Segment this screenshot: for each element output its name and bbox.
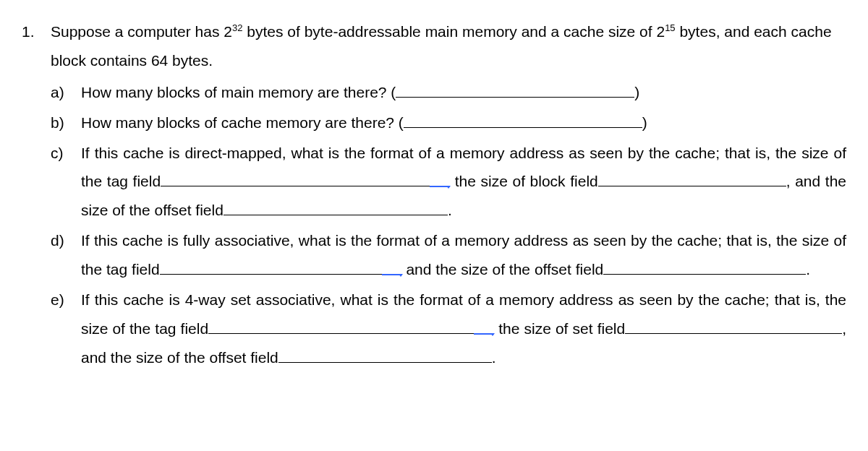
problem-1: 1. Suppose a computer has 232 bytes of b… [22, 17, 846, 372]
blank-e-set[interactable] [625, 319, 842, 334]
part-c-body: If this cache is direct-mapped, what is … [81, 139, 846, 226]
cursor-icon [382, 274, 402, 275]
part-b-label: b) [51, 108, 81, 137]
part-a: a) How many blocks of main memory are th… [51, 78, 846, 107]
problem-body: Suppose a computer has 232 bytes of byte… [51, 17, 846, 372]
part-e: e) If this cache is 4-way set associativ… [51, 285, 846, 372]
part-c-label: c) [51, 139, 81, 168]
part-e-text-2: the size of set field [494, 320, 625, 337]
part-c-text-2: the size of block field [450, 173, 598, 189]
blank-c-block[interactable] [598, 173, 786, 187]
problem-intro: Suppose a computer has 232 bytes of byte… [51, 17, 846, 75]
part-d-body: If this cache is fully associative, what… [81, 226, 846, 284]
part-d: d) If this cache is fully associative, w… [51, 226, 846, 284]
part-e-label: e) [51, 285, 81, 314]
superscript-15: 15 [665, 22, 675, 33]
blank-c-offset[interactable] [224, 201, 448, 215]
blank-e-offset[interactable] [278, 348, 492, 363]
intro-text-2: bytes of byte-addressable main memory an… [242, 23, 665, 40]
part-e-body: If this cache is 4-way set associative, … [81, 285, 846, 372]
part-a-body: How many blocks of main memory are there… [81, 78, 846, 107]
superscript-32: 32 [232, 22, 242, 33]
blank-b[interactable] [404, 113, 642, 128]
part-e-text-4: . [492, 349, 496, 366]
blank-d-tag[interactable] [160, 260, 402, 275]
part-a-text-1: How many blocks of main memory are there… [81, 84, 396, 100]
cursor-icon [474, 333, 494, 335]
cursor-icon [430, 186, 450, 187]
part-b-text-1: How many blocks of cache memory are ther… [81, 114, 404, 131]
blank-c-tag[interactable] [161, 173, 450, 187]
part-a-text-2: ) [634, 84, 639, 100]
part-d-label: d) [51, 226, 81, 255]
intro-text-1: Suppose a computer has 2 [51, 23, 232, 40]
part-d-text-3: . [806, 261, 810, 278]
blank-e-tag[interactable] [208, 319, 494, 334]
part-b-body: How many blocks of cache memory are ther… [81, 108, 846, 137]
blank-a[interactable] [396, 83, 634, 98]
part-a-label: a) [51, 78, 81, 107]
part-b-text-2: ) [642, 114, 647, 131]
part-b: b) How many blocks of cache memory are t… [51, 108, 846, 137]
problem-number: 1. [22, 17, 51, 46]
part-c-text-4: . [448, 202, 452, 218]
part-c: c) If this cache is direct-mapped, what … [51, 139, 846, 226]
part-d-text-2: and the size of the offset field [402, 261, 604, 278]
blank-d-offset[interactable] [603, 260, 806, 275]
